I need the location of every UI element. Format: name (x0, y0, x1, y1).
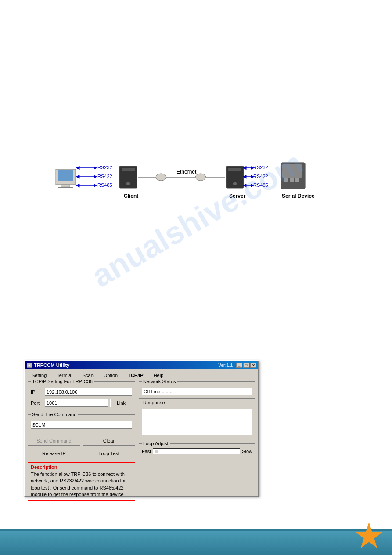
ip-label: IP (31, 389, 43, 395)
svg-rect-33 (290, 178, 294, 182)
svg-rect-2 (61, 185, 70, 187)
tab-help[interactable]: Help (149, 371, 169, 379)
port-label: Port (31, 400, 43, 406)
version-label: Ver:1.1 (218, 363, 233, 368)
left-panel: TCP/P Setting For TRP-C36 IP Port Link S… (28, 381, 135, 493)
svg-rect-34 (295, 178, 299, 182)
svg-text:Client: Client (124, 193, 138, 199)
tab-termial[interactable]: Termial (52, 371, 77, 379)
app-icon: ■ (27, 363, 32, 368)
fast-label: Fast (142, 449, 151, 454)
diagram-area: RS232 RS422 RS485 Client Ethernet (0, 0, 392, 360)
svg-text:Ethernet: Ethernet (176, 169, 197, 175)
svg-text:RS232: RS232 (253, 165, 268, 170)
tcpip-group-title: TCP/P Setting For TRP-C36 (31, 379, 94, 384)
tab-option[interactable]: Option (99, 371, 122, 379)
network-status-input (142, 388, 252, 395)
slow-label: Slow (242, 449, 252, 454)
response-title: Response (142, 400, 166, 405)
slider-thumb (154, 449, 158, 453)
link-button[interactable]: Link (110, 399, 132, 407)
menu-bar: Setting Termial Scan Option TCP/IP Help (25, 369, 258, 379)
bottom-bar (0, 531, 392, 555)
svg-rect-3 (58, 187, 73, 188)
tcpip-group: TCP/P Setting For TRP-C36 IP Port Link (28, 381, 135, 410)
tab-setting[interactable]: Setting (27, 371, 51, 379)
secondary-buttons: Release IP Loop Test (28, 449, 135, 458)
titlebar-controls: _ □ ✕ (236, 363, 256, 368)
right-panel: Network Status Response Loop Adjust Fast… (139, 381, 255, 493)
slider-row: Fast Slow (142, 448, 252, 454)
svg-rect-32 (284, 178, 288, 182)
port-input[interactable] (45, 399, 108, 407)
ip-row: IP (31, 388, 132, 396)
app-window: ■ TRPCOM Utility Ver:1.1 _ □ ✕ Setting T… (24, 360, 259, 497)
app-title: TRPCOM Utility (34, 363, 69, 368)
send-command-title: Send The Command (31, 412, 78, 417)
svg-text:RS485: RS485 (97, 182, 112, 188)
loop-slider[interactable] (153, 448, 240, 454)
svg-rect-31 (282, 164, 302, 178)
orange-badge (355, 522, 383, 551)
description-text: The function allow TRP-C36 to connect wi… (31, 471, 132, 498)
svg-point-15 (156, 174, 166, 181)
port-row: Port Link (31, 399, 132, 407)
svg-text:Serial Device: Serial Device (282, 193, 315, 199)
loop-adjust-title: Loop Adjust (142, 441, 170, 446)
network-diagram: RS232 RS422 RS485 Client Ethernet (29, 145, 363, 215)
svg-rect-1 (58, 170, 73, 181)
svg-text:Server: Server (229, 193, 246, 199)
app-content: TCP/P Setting For TRP-C36 IP Port Link S… (25, 379, 258, 496)
description-title: Description (31, 464, 132, 470)
close-button[interactable]: ✕ (250, 363, 256, 368)
svg-rect-11 (122, 168, 135, 171)
command-row (31, 421, 132, 429)
command-input[interactable] (31, 421, 132, 429)
titlebar: ■ TRPCOM Utility Ver:1.1 _ □ ✕ (25, 361, 258, 369)
maximize-button[interactable]: □ (243, 363, 249, 368)
network-status-group: Network Status (139, 381, 255, 399)
response-group: Response (139, 403, 255, 439)
svg-text:RS485: RS485 (253, 182, 268, 188)
loop-adjust-group: Loop Adjust Fast Slow (139, 443, 255, 457)
svg-text:RS422: RS422 (97, 174, 112, 179)
description-box: Description The function allow TRP-C36 t… (28, 462, 135, 501)
svg-point-18 (195, 174, 206, 181)
send-command-button[interactable]: Send Command (28, 436, 80, 446)
minimize-button[interactable]: _ (236, 363, 242, 368)
release-ip-button[interactable]: Release IP (28, 449, 80, 458)
loop-test-button[interactable]: Loop Test (83, 449, 135, 458)
ip-input[interactable] (45, 388, 132, 396)
tab-tcpip[interactable]: TCP/IP (123, 371, 148, 379)
send-command-group: Send The Command (28, 414, 135, 432)
response-textarea (142, 409, 252, 435)
svg-point-22 (233, 182, 237, 185)
svg-text:RS422: RS422 (253, 174, 268, 179)
svg-rect-21 (228, 168, 241, 171)
svg-text:RS232: RS232 (97, 165, 112, 170)
svg-point-12 (126, 182, 130, 185)
action-buttons: Send Command Clear (28, 436, 135, 446)
network-status-title: Network Status (142, 379, 177, 384)
clear-button[interactable]: Clear (83, 436, 135, 446)
titlebar-left: ■ TRPCOM Utility (27, 363, 69, 368)
tab-scan[interactable]: Scan (78, 371, 98, 379)
